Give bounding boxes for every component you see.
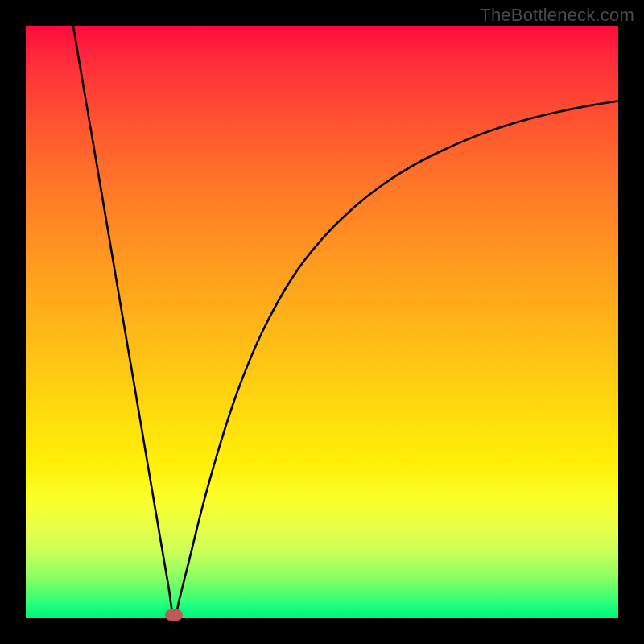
chart-frame: TheBottleneck.com — [0, 0, 644, 644]
curve-layer — [26, 26, 618, 618]
plot-area — [26, 26, 618, 618]
minimum-marker — [165, 609, 183, 621]
bottleneck-curve — [73, 26, 618, 618]
watermark-text: TheBottleneck.com — [480, 5, 634, 26]
